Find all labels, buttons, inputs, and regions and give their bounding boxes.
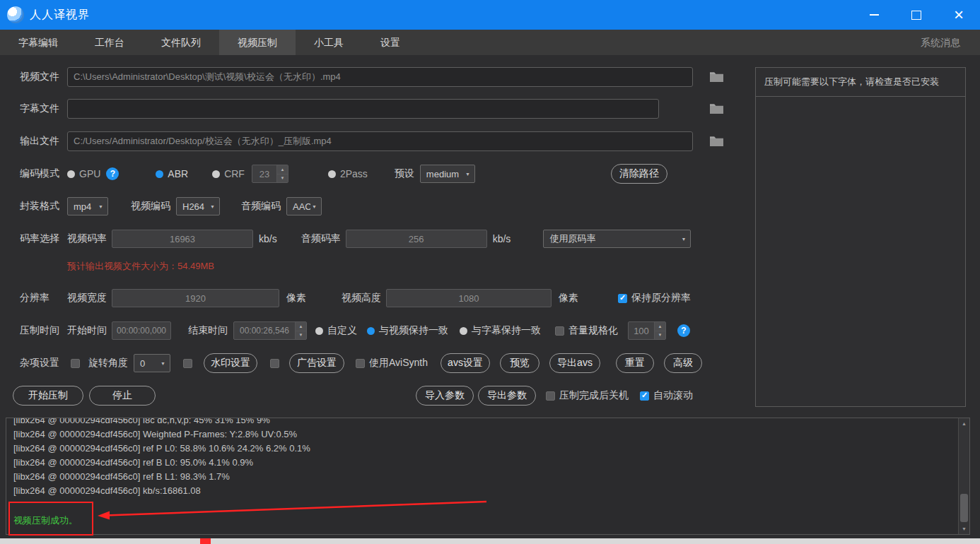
chevron-down-icon: ▼ bbox=[310, 204, 321, 209]
crf-step-down-icon[interactable]: ▼ bbox=[277, 175, 288, 183]
scroll-down-icon[interactable]: ▼ bbox=[959, 524, 969, 534]
radio-abr[interactable]: ABR bbox=[156, 168, 188, 179]
width-unit-label: 像素 bbox=[286, 292, 306, 304]
volume-down-icon[interactable]: ▼ bbox=[655, 331, 665, 340]
clear-path-button[interactable]: 清除路径 bbox=[611, 164, 667, 184]
shutdown-after-checkbox[interactable]: 压制完成后关机 bbox=[546, 389, 629, 402]
video-file-input[interactable] bbox=[67, 67, 693, 87]
export-avs-button[interactable]: 导出avs bbox=[549, 353, 600, 373]
volume-help-icon[interactable]: ? bbox=[677, 324, 690, 337]
video-codec-dropdown[interactable]: H264 ▼ bbox=[176, 197, 220, 215]
log-line: [libx264 @ 00000294cdf456c0] i8c dc,h,v,… bbox=[13, 418, 962, 427]
output-file-row: 输出文件 bbox=[20, 131, 748, 151]
end-time-up-icon[interactable]: ▲ bbox=[296, 322, 306, 331]
export-params-button[interactable]: 导出参数 bbox=[478, 386, 536, 406]
volume-up-icon[interactable]: ▲ bbox=[655, 322, 665, 331]
tab-bar: 字幕编辑 工作台 文件队列 视频压制 小工具 设置 系统消息 bbox=[0, 30, 980, 55]
video-bitrate-input[interactable] bbox=[112, 230, 253, 248]
radio-gpu-icon bbox=[67, 170, 75, 178]
folder-open-icon[interactable] bbox=[709, 102, 724, 114]
log-line: [libx264 @ 00000294cdf456c0] kb/s:16861.… bbox=[13, 484, 962, 498]
radio-match-subtitle[interactable]: 与字幕保持一致 bbox=[460, 324, 541, 337]
tab-video-compress[interactable]: 视频压制 bbox=[219, 30, 296, 55]
bottom-red-mark bbox=[200, 538, 211, 544]
video-width-input[interactable] bbox=[112, 289, 279, 307]
misc-settings-row: 杂项设置 旋转角度 0 ▼ 水印设置 广告设置 使用AviSynth avs设置… bbox=[20, 353, 702, 373]
radio-custom-icon bbox=[315, 327, 323, 335]
tab-settings[interactable]: 设置 bbox=[362, 30, 419, 55]
keep-original-resolution-checkbox[interactable]: 保持原分辨率 bbox=[618, 292, 691, 304]
output-file-input[interactable] bbox=[67, 131, 693, 151]
ad-checkbox[interactable] bbox=[270, 359, 279, 368]
actions-row: 开始压制 停止 导入参数 导出参数 压制完成后关机 自动滚动 bbox=[13, 386, 693, 406]
reset-button[interactable]: 重置 bbox=[616, 353, 654, 373]
radio-match-video[interactable]: 与视频保持一致 bbox=[367, 324, 448, 337]
import-params-button[interactable]: 导入参数 bbox=[416, 386, 474, 406]
watermark-settings-button[interactable]: 水印设置 bbox=[204, 353, 257, 373]
subtitle-file-input[interactable] bbox=[67, 99, 659, 119]
start-time-input[interactable] bbox=[112, 321, 171, 340]
watermark-checkbox[interactable] bbox=[183, 359, 192, 368]
ad-settings-button[interactable]: 广告设置 bbox=[289, 353, 344, 373]
subtitle-file-row: 字幕文件 bbox=[20, 99, 748, 119]
bottom-edge-strip bbox=[0, 538, 980, 544]
radio-match-subtitle-icon bbox=[460, 327, 467, 335]
minimize-button[interactable] bbox=[853, 0, 895, 30]
radio-crf[interactable]: CRF bbox=[212, 168, 245, 179]
tab-tools[interactable]: 小工具 bbox=[296, 30, 362, 55]
bitrate-mode-dropdown[interactable]: 使用原码率 ▼ bbox=[543, 230, 691, 248]
log-scrollbar[interactable]: ▲ ▼ bbox=[958, 418, 969, 534]
container-format-label: 封装格式 bbox=[20, 200, 67, 213]
rotation-dropdown[interactable]: 0 ▼ bbox=[134, 354, 170, 372]
audio-codec-dropdown[interactable]: AAC ▼ bbox=[286, 197, 322, 215]
autoscroll-checkbox[interactable]: 自动滚动 bbox=[640, 389, 693, 402]
tab-subtitle-edit[interactable]: 字幕编辑 bbox=[0, 30, 76, 55]
system-messages-link[interactable]: 系统消息 bbox=[921, 30, 980, 55]
preset-dropdown[interactable]: medium ▼ bbox=[420, 165, 475, 183]
radio-custom-time[interactable]: 自定义 bbox=[315, 324, 357, 337]
gpu-help-icon[interactable]: ? bbox=[106, 167, 119, 180]
folder-open-icon[interactable] bbox=[709, 71, 724, 83]
radio-2pass[interactable]: 2Pass bbox=[328, 168, 368, 179]
log-line: [libx264 @ 00000294cdf456c0] ref B L0: 9… bbox=[13, 456, 962, 470]
video-file-row: 视频文件 bbox=[20, 67, 748, 87]
crf-step-up-icon[interactable]: ▲ bbox=[277, 165, 288, 175]
video-height-input[interactable] bbox=[386, 289, 552, 307]
avs-settings-button[interactable]: avs设置 bbox=[441, 353, 490, 373]
height-unit-label: 像素 bbox=[559, 292, 578, 304]
preview-button[interactable]: 预览 bbox=[500, 353, 539, 373]
close-button[interactable]: × bbox=[938, 0, 980, 30]
scrollbar-thumb[interactable] bbox=[960, 494, 968, 522]
end-time-down-icon[interactable]: ▼ bbox=[296, 331, 306, 340]
audio-bitrate-input[interactable] bbox=[346, 230, 487, 248]
container-format-row: 封装格式 mp4 ▼ 视频编码 H264 ▼ 音频编码 AAC ▼ bbox=[20, 196, 322, 216]
end-time-stepper[interactable]: 00:00:26,546 ▲▼ bbox=[233, 321, 307, 340]
maximize-button[interactable] bbox=[895, 0, 938, 30]
tab-workbench[interactable]: 工作台 bbox=[76, 30, 143, 55]
scroll-up-icon[interactable]: ▲ bbox=[959, 418, 969, 429]
compress-success-text: 视频压制成功。 bbox=[13, 514, 962, 528]
start-compress-button[interactable]: 开始压制 bbox=[13, 386, 83, 406]
encode-mode-label: 编码模式 bbox=[20, 167, 67, 180]
titlebar: 人人译视界 × bbox=[0, 0, 980, 30]
radio-gpu[interactable]: GPU bbox=[67, 168, 100, 179]
checkbox-checked-icon bbox=[618, 294, 627, 303]
compress-time-row: 压制时间 开始时间 结束时间 00:00:26,546 ▲▼ 自定义 与视频保持… bbox=[20, 321, 690, 341]
bitrate-label: 码率选择 bbox=[20, 232, 67, 245]
container-format-dropdown[interactable]: mp4 ▼ bbox=[67, 197, 108, 215]
volume-stepper[interactable]: 100 ▲▼ bbox=[628, 321, 666, 340]
crf-value-stepper[interactable]: 23 ▲▼ bbox=[252, 165, 288, 183]
stop-button[interactable]: 停止 bbox=[89, 386, 156, 406]
avisynth-checkbox[interactable]: 使用AviSynth bbox=[356, 357, 428, 369]
checkbox-checked-icon bbox=[640, 391, 649, 401]
video-bitrate-unit: kb/s bbox=[259, 233, 277, 244]
folder-open-icon[interactable] bbox=[709, 135, 724, 147]
audio-codec-label: 音频编码 bbox=[241, 200, 281, 213]
chevron-down-icon: ▼ bbox=[159, 361, 170, 366]
checkbox-icon bbox=[555, 326, 564, 336]
rotation-checkbox[interactable] bbox=[71, 359, 80, 368]
advanced-button[interactable]: 高级 bbox=[664, 353, 702, 373]
volume-normalize-checkbox[interactable]: 音量规格化 bbox=[555, 324, 618, 337]
chevron-down-icon: ▼ bbox=[97, 204, 107, 209]
tab-file-queue[interactable]: 文件队列 bbox=[143, 30, 219, 55]
